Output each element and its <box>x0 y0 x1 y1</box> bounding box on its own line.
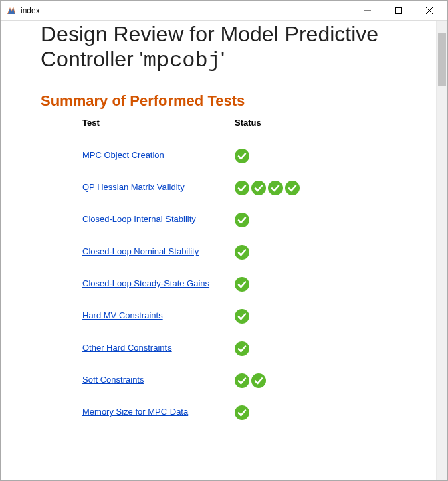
status-cell <box>235 341 323 356</box>
table-row: Hard MV Constraints <box>82 300 323 332</box>
svg-point-7 <box>268 181 283 195</box>
tests-table: Test Status MPC Object CreationQP Hessia… <box>82 118 323 429</box>
test-link[interactable]: Soft Constraints <box>82 375 235 386</box>
status-cell <box>235 373 323 388</box>
svg-point-6 <box>251 181 266 195</box>
status-cell <box>235 149 323 163</box>
svg-point-8 <box>285 181 300 195</box>
status-cell <box>235 181 323 195</box>
test-link[interactable]: QP Hessian Matrix Validity <box>82 182 235 193</box>
pass-icon <box>285 181 300 195</box>
pass-icon <box>235 341 249 356</box>
svg-point-9 <box>235 213 249 227</box>
table-row: Memory Size for MPC Data <box>82 397 323 429</box>
status-cell <box>235 277 323 292</box>
pass-icon <box>235 373 249 388</box>
svg-point-16 <box>235 405 249 420</box>
pass-icon <box>235 309 249 324</box>
status-cell <box>235 309 323 324</box>
pass-icon <box>235 181 249 195</box>
summary-heading: Summary of Performed Tests <box>41 92 404 110</box>
heading-code: mpcobj <box>144 48 221 73</box>
header-test: Test <box>82 118 235 128</box>
pass-icon <box>235 245 249 260</box>
close-button[interactable] <box>414 1 445 21</box>
svg-point-15 <box>251 373 266 388</box>
window-title: index <box>21 6 352 15</box>
table-row: MPC Object Creation <box>82 140 323 172</box>
window-titlebar: index <box>1 1 447 21</box>
table-row: Soft Constraints <box>82 365 323 397</box>
test-link[interactable]: MPC Object Creation <box>82 150 235 161</box>
test-link[interactable]: Memory Size for MPC Data <box>82 407 235 418</box>
status-cell <box>235 245 323 260</box>
test-link[interactable]: Closed-Loop Steady-State Gains <box>82 278 235 290</box>
pass-icon <box>251 373 266 388</box>
svg-point-10 <box>235 245 249 260</box>
pass-icon <box>235 405 249 420</box>
table-row: Other Hard Constraints <box>82 332 323 365</box>
window-buttons <box>352 1 445 21</box>
heading-suffix: ' <box>221 47 225 71</box>
page-title: Design Review for Model Predictive Contr… <box>41 22 404 74</box>
pass-icon <box>251 181 266 195</box>
table-row: Closed-Loop Nominal Stability <box>82 236 323 268</box>
test-link[interactable]: Other Hard Constraints <box>82 343 235 354</box>
maximize-button[interactable] <box>383 1 414 21</box>
pass-icon <box>268 181 283 195</box>
vertical-scrollbar[interactable] <box>436 21 447 480</box>
table-row: Closed-Loop Steady-State Gains <box>82 268 323 300</box>
content-pane: Design Review for Model Predictive Contr… <box>1 21 436 480</box>
svg-rect-1 <box>396 7 402 13</box>
table-row: QP Hessian Matrix Validity <box>82 172 323 204</box>
svg-point-14 <box>235 373 249 388</box>
status-cell <box>235 213 323 227</box>
app-icon <box>6 5 17 16</box>
header-status: Status <box>235 118 323 128</box>
table-header-row: Test Status <box>82 118 323 140</box>
scrollbar-thumb[interactable] <box>438 33 446 86</box>
svg-point-11 <box>235 277 249 292</box>
test-link[interactable]: Closed-Loop Internal Stability <box>82 214 235 225</box>
pass-icon <box>235 149 249 163</box>
svg-point-4 <box>235 149 249 163</box>
svg-point-5 <box>235 181 249 195</box>
svg-point-12 <box>235 309 249 324</box>
table-row: Closed-Loop Internal Stability <box>82 204 323 236</box>
test-link[interactable]: Hard MV Constraints <box>82 310 235 322</box>
minimize-button[interactable] <box>352 1 383 21</box>
svg-point-13 <box>235 341 249 356</box>
pass-icon <box>235 213 249 227</box>
pass-icon <box>235 277 249 292</box>
status-cell <box>235 405 323 420</box>
test-link[interactable]: Closed-Loop Nominal Stability <box>82 246 235 258</box>
